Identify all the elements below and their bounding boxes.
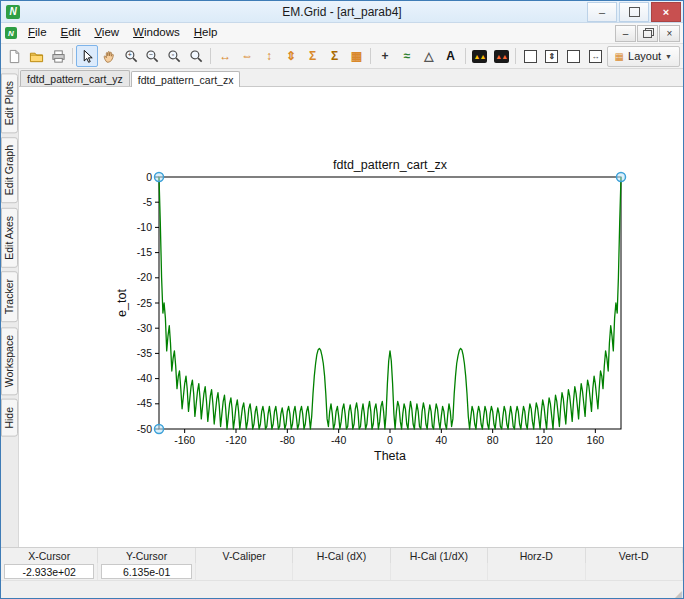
zoom-out-button[interactable]: −: [142, 45, 164, 67]
y-tick-label: -50: [137, 423, 152, 435]
sidebar-tab-hide[interactable]: Hide: [1, 399, 18, 437]
x-tick-label: -120: [225, 434, 246, 446]
data-table-button[interactable]: ▦: [345, 45, 367, 67]
fit-frame-horizontal-button[interactable]: ↔: [585, 45, 607, 67]
sidebar-tab-edit-axes[interactable]: Edit Axes: [1, 208, 18, 268]
status-horz-d-label: Horz-D: [488, 548, 585, 563]
axis-handle[interactable]: [155, 173, 164, 182]
x-tick-label: -40: [331, 434, 346, 446]
axis-handle[interactable]: [155, 425, 164, 434]
integrate-button[interactable]: Σ: [324, 45, 346, 67]
x-tick-label: 40: [435, 434, 447, 446]
status-y-cursor-value: 6.135e-01: [101, 564, 191, 579]
new-file-button[interactable]: [4, 45, 26, 67]
status-x-cursor-value: -2.933e+02: [4, 564, 94, 579]
chart-container: fdtd_pattern_cart_zx-160-120-80-40040801…: [114, 157, 654, 483]
resize-grip[interactable]: ◢: [671, 588, 682, 599]
curve-tracker-button-icon: ≈: [404, 50, 411, 62]
y-tick-label: 0: [146, 171, 152, 183]
minimize-button[interactable]: –: [587, 2, 617, 22]
full-x-button[interactable]: ⇔: [236, 45, 258, 67]
side-tab-strip: Edit PlotsEdit GraphEdit AxesTrackerWork…: [1, 69, 19, 547]
mdi-close-button[interactable]: ×: [659, 25, 680, 42]
pan-button[interactable]: [98, 45, 120, 67]
integrate-button-icon: Σ: [331, 50, 338, 62]
mdi-minimize-button[interactable]: –: [615, 25, 636, 42]
title-bar[interactable]: N EM.Grid - [art_parab4] – ×: [1, 1, 683, 23]
y-tick-label: -20: [137, 271, 152, 283]
app-logo-letter: N: [9, 6, 16, 17]
y-tick-label: -45: [137, 397, 152, 409]
zoom-window-button[interactable]: ▫: [164, 45, 186, 67]
menu-windows[interactable]: Windows: [126, 23, 187, 43]
layout-dropdown[interactable]: ▦Layout▼: [607, 46, 680, 67]
colormap-alt-button[interactable]: ▲▲: [490, 45, 512, 67]
layout-label: Layout: [628, 50, 661, 62]
sidebar-tab-edit-graph[interactable]: Edit Graph: [1, 137, 18, 203]
curve-tracker-button[interactable]: ≈: [396, 45, 418, 67]
sum-plots-button[interactable]: Σ: [302, 45, 324, 67]
status-h-cal-dx-label: H-Cal (dX): [293, 548, 390, 563]
toolbar-separator: [370, 48, 371, 64]
slope-marker-button[interactable]: △: [418, 45, 440, 67]
status-y-cursor-label: Y-Cursor: [98, 548, 195, 563]
chart: fdtd_pattern_cart_zx-160-120-80-40040801…: [114, 157, 654, 479]
maximize-button[interactable]: [619, 2, 649, 22]
open-button[interactable]: [26, 45, 48, 67]
bottom-strip: ◢: [1, 580, 683, 599]
plot-border: [159, 177, 621, 429]
status-value-row: -2.933e+026.135e-01: [1, 563, 683, 580]
sidebar-tab-tracker[interactable]: Tracker: [1, 271, 18, 322]
app-icon: N: [6, 5, 20, 19]
expand-y-button-icon: ↕: [266, 50, 272, 62]
horizontal-frame-button[interactable]: [563, 45, 585, 67]
mdi-restore-button[interactable]: [637, 25, 658, 42]
status-bar: X-CursorY-CursorV-CaliperH-Cal (dX)H-Cal…: [1, 547, 683, 580]
fit-frame-vertical-button-icon: ⇕: [545, 50, 558, 63]
x-tick-label: 160: [587, 434, 605, 446]
vertical-frame-button[interactable]: [519, 45, 541, 67]
text-annotation-button-icon: A: [446, 50, 455, 62]
toolbar-separator: [210, 48, 211, 64]
menu-help[interactable]: Help: [187, 23, 225, 43]
colormap-button[interactable]: ▲▲: [469, 45, 491, 67]
x-tick-label: 0: [387, 434, 393, 446]
y-tick-label: -15: [137, 246, 152, 258]
mdi-restore-icon: [643, 30, 652, 38]
plot-canvas[interactable]: fdtd_pattern_cart_zx-160-120-80-40040801…: [19, 87, 683, 547]
data-table-button-icon: ▦: [351, 50, 362, 62]
zoom-in-button[interactable]: +: [120, 45, 142, 67]
sidebar-tab-workspace[interactable]: Workspace: [1, 327, 18, 395]
zoom-extents-button[interactable]: [186, 45, 208, 67]
sidebar-tab-edit-plots[interactable]: Edit Plots: [1, 73, 18, 133]
full-y-button-icon: ⇕: [286, 50, 296, 62]
caption-buttons: – ×: [585, 2, 681, 22]
colormap-alt-button-icon: ▲▲: [494, 50, 509, 63]
y-tick-label: -30: [137, 322, 152, 334]
x-axis-label: Theta: [374, 449, 406, 463]
text-annotation-button[interactable]: A: [440, 45, 462, 67]
x-tick-label: 80: [487, 434, 499, 446]
status-header-row: X-CursorY-CursorV-CaliperH-Cal (dX)H-Cal…: [1, 548, 683, 563]
axis-handle[interactable]: [617, 173, 626, 182]
expand-x-button[interactable]: ↔: [214, 45, 236, 67]
select-cursor-button[interactable]: [76, 45, 98, 67]
doc-tab-fdtd-pattern-cart-zx[interactable]: fdtd_pattern_cart_zx: [131, 71, 241, 87]
crosshair-button[interactable]: +: [374, 45, 396, 67]
close-button[interactable]: ×: [651, 2, 681, 22]
sum-plots-button-icon: Σ: [309, 50, 316, 62]
doc-tab-fdtd-pattern-cart-yz[interactable]: fdtd_pattern_cart_yz: [20, 70, 130, 86]
horizontal-frame-button-icon: [567, 50, 580, 63]
full-y-button[interactable]: ⇕: [280, 45, 302, 67]
menu-edit[interactable]: Edit: [54, 23, 88, 43]
fit-frame-vertical-button[interactable]: ⇕: [541, 45, 563, 67]
mdi-close-icon: ×: [667, 28, 673, 39]
y-tick-label: -5: [143, 196, 152, 208]
print-button[interactable]: [48, 45, 70, 67]
expand-y-button[interactable]: ↕: [258, 45, 280, 67]
slope-marker-button-icon: △: [424, 50, 433, 62]
menu-file[interactable]: File: [21, 23, 54, 43]
menu-view[interactable]: View: [87, 23, 126, 43]
app-window: N EM.Grid - [art_parab4] – × N FileEditV…: [0, 0, 684, 599]
menus: FileEditViewWindowsHelp: [21, 23, 224, 43]
